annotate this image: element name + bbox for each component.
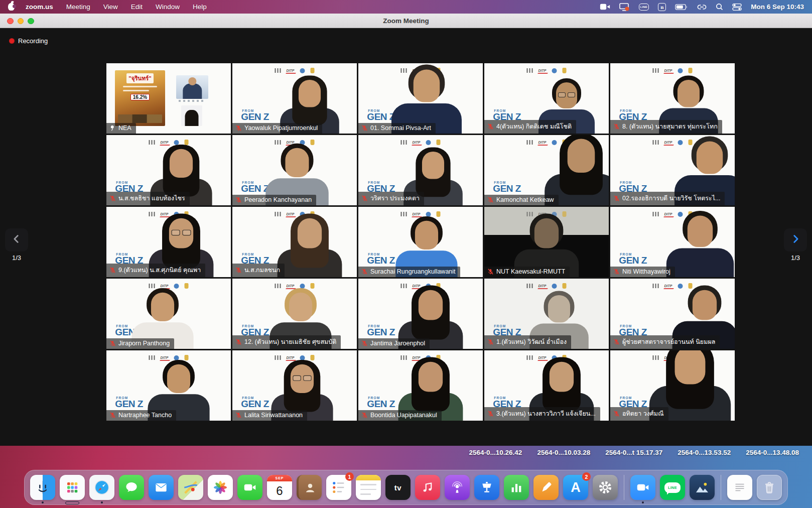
participant-tile[interactable]: DITPFROMGEN Z4(ตัวแทน) กิตติเดช มณีโชติ — [484, 63, 609, 134]
menu-bar-clock[interactable]: Mon 6 Sep 10:43 — [751, 3, 804, 11]
participant-tile[interactable]: DITPFROMGEN Z01. Sommai Pivsa-Art — [358, 63, 483, 134]
participant-tile[interactable]: DITPFROMGEN Zน.ส.ชลธิชา แอบท้องไชร — [106, 135, 231, 205]
participant-tile[interactable]: DITPFROMGEN ZJiraporn Panthong — [106, 279, 231, 349]
dock-facetime-icon[interactable] — [237, 475, 262, 500]
notion-status-icon[interactable]: n — [658, 3, 666, 11]
dock-messages-icon[interactable] — [119, 475, 144, 500]
line-status-icon[interactable]: LINE — [639, 4, 649, 11]
dock-launchpad-icon[interactable] — [60, 475, 85, 500]
spotlight-search-icon[interactable] — [716, 3, 723, 11]
maximize-window-button[interactable] — [28, 18, 34, 25]
menu-view[interactable]: View — [103, 3, 118, 11]
participant-tile[interactable]: DITPFROMGEN Zน.ส.กมลชนก — [232, 207, 357, 277]
dock-notes-icon[interactable] — [356, 475, 381, 500]
genz-label: GEN Z — [367, 399, 395, 409]
dock-calendar-icon[interactable]: SEP6 — [267, 475, 292, 500]
participant-tile[interactable]: DITPFROMGEN Z02.รองอธิการบดี นายวิรัช โห… — [610, 135, 735, 205]
menu-window[interactable]: Window — [156, 3, 180, 11]
menu-help[interactable]: Help — [193, 3, 207, 11]
previous-page-button[interactable] — [5, 228, 28, 251]
participant-tile[interactable]: DITPFROMGEN ZLalita Siriwattananon — [232, 350, 357, 421]
participant-name: Peeradon Kanchayanan — [244, 196, 312, 203]
participant-tile[interactable]: DITPFROMGEN ZNiti Witthayawiroj — [610, 207, 735, 277]
dock-zoom-icon[interactable] — [630, 475, 655, 500]
participant-tile[interactable]: DITPFROMGEN ZKamonchat Ketkeaw — [484, 135, 609, 205]
participant-tile[interactable]: DITPFROMGEN Zอทิตยา วงศ์มณี — [610, 350, 735, 421]
participant-name: Jiraporn Panthong — [118, 340, 170, 347]
participant-nameplate: 9.(ตัวแทน) น.ส.ศุภนิตย์ คุณพา — [106, 264, 205, 277]
menu-meeting[interactable]: Meeting — [66, 3, 90, 11]
dock-maps-icon[interactable] — [178, 475, 203, 500]
participant-tile[interactable]: DITPFROMGEN Z3.(ตัวแทน) นางสาววิภาวี แจ้… — [484, 350, 609, 421]
dock-music-icon[interactable] — [415, 475, 440, 500]
muted-mic-icon — [613, 338, 620, 345]
participant-name: Boontida Uapipatanakul — [370, 412, 437, 419]
participant-tile[interactable]: DITPFROMGEN ZNartraphee Tancho — [106, 350, 231, 421]
participant-video — [275, 214, 344, 278]
link-icon[interactable] — [697, 4, 707, 11]
participant-tile[interactable]: DITP"จุรินทร์"16.2%NEA — [106, 63, 231, 134]
participant-nameplate: น.ส.ชลธิชา แอบท้องไชร — [106, 192, 190, 205]
desktop-file[interactable]: 2564-0...10.26.42 — [469, 449, 522, 456]
dock-pages-icon[interactable] — [533, 475, 559, 500]
dock-reminders-icon[interactable]: 1 — [326, 475, 351, 500]
logo-mark-icon — [275, 68, 281, 73]
dock-photos-icon[interactable] — [208, 475, 233, 500]
participant-name: Nartraphee Tancho — [118, 412, 172, 419]
next-page-button[interactable] — [784, 228, 807, 251]
participant-nameplate: 1.(ตัวแทน) วิวัฒน์ อ่ำเมือง — [484, 335, 571, 349]
dock-contacts-icon[interactable] — [297, 475, 322, 500]
dock-imagefile-icon[interactable] — [690, 475, 715, 500]
genz-from-label: FROM — [368, 181, 395, 184]
participant-tile[interactable]: DITPFROMGEN Z9.(ตัวแทน) น.ส.ศุภนิตย์ คุณ… — [106, 207, 231, 277]
dock-podcasts-icon[interactable] — [445, 475, 470, 500]
screen-mirroring-icon[interactable] — [619, 3, 630, 11]
participant-tile[interactable]: DITPFROMGEN ZSurachai Rungruangkullawani… — [358, 207, 483, 277]
participant-name: Surachai Rungruangkullawanit — [370, 268, 456, 275]
dock-settings-icon[interactable] — [593, 475, 618, 500]
participant-tile[interactable]: DITPFROMGEN ZPeeradon Kanchayanan — [232, 135, 357, 205]
participant-tile[interactable]: DITPFROMGEN ZYaowaluk Pipatjumroenkul — [232, 63, 357, 134]
apple-menu-icon[interactable] — [8, 3, 15, 11]
participant-tile[interactable]: DITPFROMGEN ZBoontida Uapipatanakul — [358, 350, 483, 421]
menu-edit[interactable]: Edit — [131, 3, 143, 11]
participant-nameplate: Niti Witthayawiroj — [610, 267, 675, 277]
logo-mark-icon — [653, 212, 659, 216]
participant-tile[interactable]: DITPFROMGEN Z12. (ตัวแทน) นายเมธิชัย ศุข… — [232, 279, 357, 349]
participant-tile[interactable]: DITPFROMGEN Zวริศรา ประมงคตา — [358, 135, 483, 205]
participant-name: ผู้ช่วยศาสตราจารย์อานนท์ นิยมผล — [622, 337, 715, 347]
participant-tile[interactable]: DITPFROMGEN Z1.(ตัวแทน) วิวัฒน์ อ่ำเมือง — [484, 279, 609, 349]
logo-mark-icon — [401, 140, 407, 145]
event-logos: DITP — [527, 283, 567, 289]
dock-mail-icon[interactable] — [149, 475, 174, 500]
dock-appletv-icon[interactable]: tv — [385, 475, 411, 500]
dock-keynote-icon[interactable] — [474, 475, 499, 500]
dock-textedit-icon[interactable] — [727, 475, 752, 500]
participant-tile[interactable]: DITPFROMGEN Zผู้ช่วยศาสตราจารย์อานนท์ นิ… — [610, 279, 735, 349]
muted-mic-icon — [361, 412, 368, 419]
dock-finder-icon[interactable] — [30, 475, 55, 500]
page-indicator-left: 1/3 — [5, 254, 28, 262]
muted-mic-icon — [613, 123, 620, 130]
close-window-button[interactable] — [7, 18, 14, 25]
desktop-file[interactable]: 2564-0...10.03.28 — [537, 449, 590, 456]
participant-tile[interactable]: DITPFROMGEN Z8. (ตัวแทน) นายสุมาตร ทุ่มก… — [610, 63, 735, 134]
menu-app-name[interactable]: zoom.us — [26, 3, 53, 11]
participant-tile[interactable]: DITPFROMGEN ZJantima Jaroenphol — [358, 279, 483, 349]
desktop-file[interactable]: 2564-0...13.48.08 — [746, 449, 799, 456]
participant-tile[interactable]: DITPFROMGEN ZNUT Kaewsakul-RMUTT — [484, 207, 609, 277]
video-camera-status-icon[interactable] — [600, 3, 610, 11]
dock-line-icon[interactable]: LINE — [660, 475, 685, 500]
dock-safari-icon[interactable] — [89, 475, 114, 500]
genz-from-label: FROM — [494, 181, 521, 184]
desktop-file[interactable]: 2564-0...t 15.17.37 — [605, 449, 662, 456]
dock-appstore-icon[interactable]: A2 — [563, 475, 588, 500]
participant-name: 3.(ตัวแทน) นางสาววิภาวี แจ้งเจียน... — [496, 409, 596, 419]
dock-trash-icon[interactable] — [757, 475, 782, 500]
minimize-window-button[interactable] — [18, 18, 24, 25]
battery-icon[interactable] — [675, 4, 688, 11]
control-center-icon[interactable] — [732, 3, 742, 11]
participant-name: 02.รองอธิการบดี นายวิรัช โหตระไ... — [622, 193, 720, 203]
desktop-file[interactable]: 2564-0...13.53.52 — [678, 449, 731, 456]
dock-numbers-icon[interactable] — [504, 475, 529, 500]
